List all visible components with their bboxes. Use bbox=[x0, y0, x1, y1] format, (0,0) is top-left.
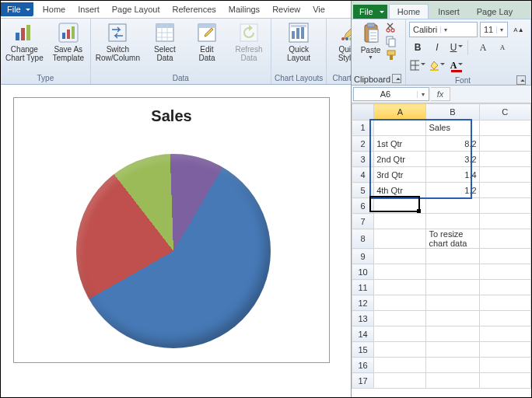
col-header-c[interactable]: C bbox=[479, 104, 530, 120]
cell-b7[interactable] bbox=[426, 214, 479, 229]
quick-layout-button[interactable]: Quick Layout bbox=[280, 20, 317, 62]
cell-a5[interactable]: 4th Qtr bbox=[374, 183, 426, 198]
row-header[interactable]: 2 bbox=[352, 136, 374, 152]
cell-b13[interactable] bbox=[426, 311, 479, 326]
tab-view[interactable]: Vie bbox=[306, 2, 331, 16]
tab-insert-right[interactable]: Insert bbox=[430, 5, 467, 19]
fill-color-icon[interactable] bbox=[429, 58, 446, 73]
cell-a6[interactable] bbox=[374, 198, 426, 214]
cell-c9[interactable] bbox=[479, 249, 530, 264]
tab-home[interactable]: Home bbox=[37, 2, 72, 16]
save-as-template-button[interactable]: Save As Template bbox=[50, 20, 87, 62]
row-header[interactable]: 13 bbox=[352, 311, 374, 326]
cell-a14[interactable] bbox=[374, 326, 426, 342]
cell-c6[interactable] bbox=[479, 198, 530, 214]
row-header[interactable]: 17 bbox=[352, 373, 374, 389]
col-header-a[interactable]: A bbox=[374, 104, 426, 120]
file-tab-right[interactable]: File bbox=[353, 5, 387, 19]
cell-b1[interactable]: Sales bbox=[426, 120, 479, 136]
font-color-icon[interactable]: A bbox=[448, 58, 465, 73]
cell-a11[interactable] bbox=[374, 280, 426, 295]
cell-c5[interactable] bbox=[479, 183, 530, 198]
pie-chart-plot[interactable] bbox=[76, 154, 271, 348]
worksheet-grid[interactable]: A B C 1Sales21st Qtr8.232nd Qtr3.243rd Q… bbox=[352, 103, 531, 397]
paste-label[interactable]: Paste bbox=[361, 46, 381, 54]
tab-page-layout-right[interactable]: Page Lay bbox=[469, 5, 520, 19]
cell-a12[interactable] bbox=[374, 295, 426, 311]
tab-home-right[interactable]: Home bbox=[389, 4, 429, 19]
row-header[interactable]: 11 bbox=[352, 280, 374, 295]
bold-icon[interactable]: B bbox=[409, 40, 426, 55]
cell-a17[interactable] bbox=[374, 373, 426, 389]
increase-font-a-icon[interactable]: A bbox=[474, 40, 492, 55]
font-name-combo[interactable]: Calibri▾ bbox=[409, 22, 478, 37]
cell-a2[interactable]: 1st Qtr bbox=[374, 136, 426, 152]
row-header[interactable]: 15 bbox=[352, 342, 374, 358]
decrease-font-a-icon[interactable]: A bbox=[494, 40, 511, 55]
row-header[interactable]: 14 bbox=[352, 326, 374, 342]
edit-data-button[interactable]: Edit Data bbox=[188, 20, 226, 62]
cell-c8[interactable] bbox=[479, 229, 530, 249]
cell-c15[interactable] bbox=[479, 342, 530, 358]
row-header[interactable]: 12 bbox=[352, 295, 374, 311]
row-header[interactable]: 5 bbox=[352, 183, 374, 198]
cell-c10[interactable] bbox=[479, 264, 530, 280]
chart-object[interactable]: Sales bbox=[13, 97, 330, 363]
cell-b14[interactable] bbox=[426, 326, 479, 342]
cell-c13[interactable] bbox=[479, 311, 530, 326]
cell-c14[interactable] bbox=[479, 326, 530, 342]
row-header[interactable]: 3 bbox=[352, 152, 374, 167]
copy-icon[interactable] bbox=[384, 35, 398, 47]
tab-insert[interactable]: Insert bbox=[72, 2, 106, 16]
tab-mailings[interactable]: Mailings bbox=[222, 2, 266, 16]
cell-c4[interactable] bbox=[479, 167, 530, 183]
cell-b17[interactable] bbox=[426, 373, 479, 389]
grow-font-icon[interactable]: A▲ bbox=[510, 22, 527, 37]
cell-b9[interactable] bbox=[426, 249, 479, 264]
col-header-b[interactable]: B bbox=[426, 104, 479, 120]
cell-c2[interactable] bbox=[479, 136, 530, 152]
cell-c11[interactable] bbox=[479, 280, 530, 295]
switch-row-column-button[interactable]: Switch Row/Column bbox=[94, 20, 142, 62]
cell-c3[interactable] bbox=[479, 152, 530, 167]
chart-title[interactable]: Sales bbox=[14, 107, 329, 125]
file-tab-left[interactable]: File bbox=[1, 2, 33, 16]
cell-b10[interactable] bbox=[426, 264, 479, 280]
cell-a1[interactable] bbox=[374, 120, 426, 136]
cell-c7[interactable] bbox=[479, 214, 530, 229]
select-all-corner[interactable] bbox=[352, 104, 374, 120]
cell-b2[interactable]: 8.2 bbox=[426, 136, 479, 152]
cell-a9[interactable] bbox=[374, 249, 426, 264]
borders-icon[interactable] bbox=[409, 58, 426, 73]
cell-a3[interactable]: 2nd Qtr bbox=[374, 152, 426, 167]
font-dialog-launcher[interactable] bbox=[516, 75, 526, 85]
tab-review[interactable]: Review bbox=[266, 2, 306, 16]
row-header[interactable]: 4 bbox=[352, 167, 374, 183]
cell-c17[interactable] bbox=[479, 373, 530, 389]
cell-b8[interactable]: To resize chart data bbox=[426, 229, 479, 249]
underline-icon[interactable]: U bbox=[448, 40, 465, 55]
fx-icon[interactable]: fx bbox=[431, 87, 450, 101]
row-header[interactable]: 16 bbox=[352, 358, 374, 373]
row-header[interactable]: 7 bbox=[352, 214, 374, 229]
cell-a4[interactable]: 3rd Qtr bbox=[374, 167, 426, 183]
row-header[interactable]: 8 bbox=[352, 229, 374, 249]
cell-a10[interactable] bbox=[374, 264, 426, 280]
name-box[interactable]: A6▾ bbox=[353, 87, 429, 101]
cell-c12[interactable] bbox=[479, 295, 530, 311]
tab-references[interactable]: References bbox=[166, 2, 222, 16]
paste-icon[interactable] bbox=[359, 21, 383, 46]
cell-b4[interactable]: 1.4 bbox=[426, 167, 479, 183]
cell-b16[interactable] bbox=[426, 358, 479, 373]
cell-b15[interactable] bbox=[426, 342, 479, 358]
cell-a15[interactable] bbox=[374, 342, 426, 358]
row-header[interactable]: 1 bbox=[352, 120, 374, 136]
row-header[interactable]: 9 bbox=[352, 249, 374, 264]
cell-b3[interactable]: 3.2 bbox=[426, 152, 479, 167]
cell-a8[interactable] bbox=[374, 229, 426, 249]
cell-b12[interactable] bbox=[426, 295, 479, 311]
font-size-combo[interactable]: 11▾ bbox=[480, 22, 508, 37]
cell-a16[interactable] bbox=[374, 358, 426, 373]
italic-icon[interactable]: I bbox=[429, 40, 446, 55]
cell-b6[interactable] bbox=[426, 198, 479, 214]
